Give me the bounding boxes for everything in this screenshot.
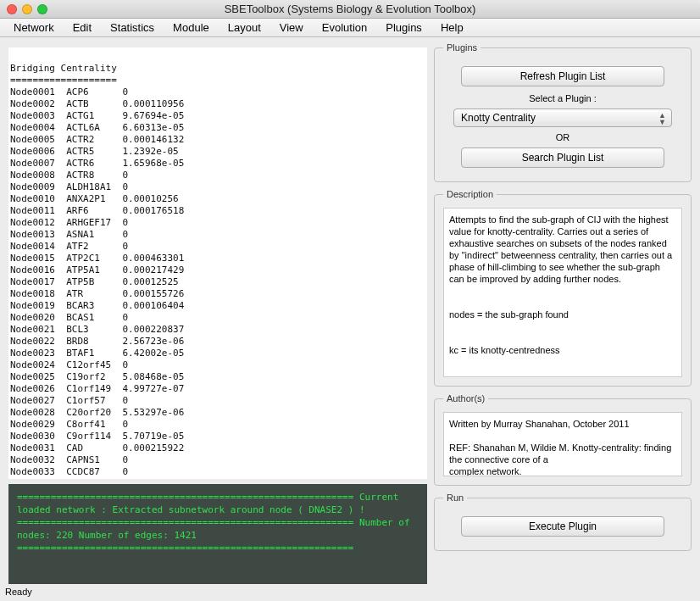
console-output[interactable]: ========================================…: [8, 484, 427, 584]
description-group: Description Attempts to find the sub-gra…: [434, 189, 692, 387]
author-line3: complex network.: [449, 465, 676, 476]
plugin-select-value: Knotty Centrality: [461, 112, 536, 124]
menu-evolution[interactable]: Evolution: [314, 19, 375, 36]
left-pane: Bridging Centrality =================== …: [0, 37, 431, 586]
right-pane: Plugins Refresh Plugin List Select a Plu…: [431, 37, 700, 586]
description-legend: Description: [443, 189, 497, 199]
author-text[interactable]: Written by Murray Shanahan, October 2011…: [443, 412, 682, 476]
author-line1: Written by Murray Shanahan, October 2011: [449, 418, 676, 430]
chevron-updown-icon: ▲▼: [658, 112, 666, 125]
execute-plugin-button[interactable]: Execute Plugin: [461, 516, 664, 537]
close-icon[interactable]: [7, 4, 17, 14]
run-group: Run Execute Plugin: [434, 492, 692, 551]
menu-layout[interactable]: Layout: [219, 19, 269, 36]
description-p3: kc = its knotty-centredness: [449, 344, 676, 356]
results-text[interactable]: Bridging Centrality =================== …: [8, 47, 427, 479]
refresh-plugin-button[interactable]: Refresh Plugin List: [461, 66, 664, 86]
select-plugin-label: Select a Plugin :: [443, 93, 682, 103]
window-title: SBEToolbox (Systems Biology & Evolution …: [0, 3, 700, 15]
plugins-legend: Plugins: [443, 42, 481, 53]
search-plugin-button[interactable]: Search Plugin List: [461, 147, 664, 168]
titlebar: SBEToolbox (Systems Biology & Evolution …: [0, 0, 700, 19]
zoom-icon[interactable]: [37, 4, 47, 14]
menu-view[interactable]: View: [271, 19, 312, 36]
status-bar: Ready: [0, 586, 700, 601]
plugin-select[interactable]: Knotty Centrality ▲▼: [453, 109, 672, 127]
description-p2: nodes = the sub-graph found: [449, 309, 676, 320]
description-text[interactable]: Attempts to find the sub-graph of CIJ wi…: [443, 208, 682, 377]
author-group: Author(s) Written by Murray Shanahan, Oc…: [434, 393, 692, 486]
plugins-group: Plugins Refresh Plugin List Select a Plu…: [434, 42, 692, 182]
author-line2: REF: Shanahan M, Wildie M. Knotty-centra…: [449, 442, 676, 465]
menu-statistics[interactable]: Statistics: [102, 19, 163, 36]
menubar: Network Edit Statistics Module Layout Vi…: [0, 19, 700, 37]
window-controls: [7, 4, 47, 14]
or-label: OR: [443, 132, 682, 142]
minimize-icon[interactable]: [22, 4, 32, 14]
menu-edit[interactable]: Edit: [64, 19, 100, 36]
menu-help[interactable]: Help: [432, 19, 472, 36]
content-area: Bridging Centrality =================== …: [0, 37, 700, 586]
description-p1: Attempts to find the sub-graph of CIJ wi…: [449, 214, 676, 285]
menu-module[interactable]: Module: [164, 19, 218, 36]
run-legend: Run: [443, 492, 467, 503]
author-legend: Author(s): [443, 393, 488, 403]
menu-plugins[interactable]: Plugins: [377, 19, 431, 36]
menu-network[interactable]: Network: [5, 19, 63, 36]
